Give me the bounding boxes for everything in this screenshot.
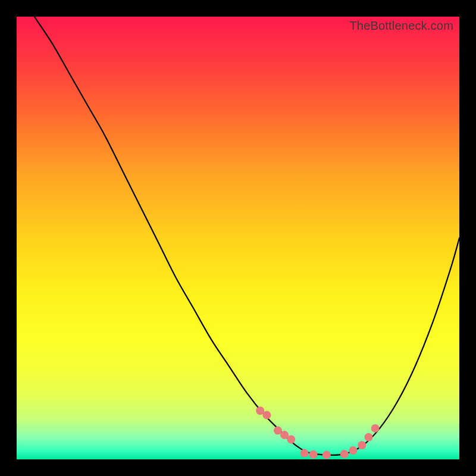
bottleneck-curve — [35, 17, 459, 455]
marker-dot — [371, 424, 380, 433]
marker-dot — [365, 433, 373, 441]
marker-dot — [262, 411, 271, 419]
chart-plot-area: TheBottleneck.com — [17, 17, 459, 459]
marker-dot — [300, 449, 309, 458]
marker-dot — [358, 441, 366, 449]
highlight-markers — [256, 406, 379, 459]
marker-dot — [340, 450, 349, 458]
marker-dot — [309, 450, 318, 459]
chart-stage: TheBottleneck.com — [0, 0, 476, 476]
marker-dot — [322, 451, 331, 459]
marker-dot — [287, 436, 295, 444]
marker-dot — [349, 446, 357, 455]
chart-svg — [17, 17, 459, 459]
